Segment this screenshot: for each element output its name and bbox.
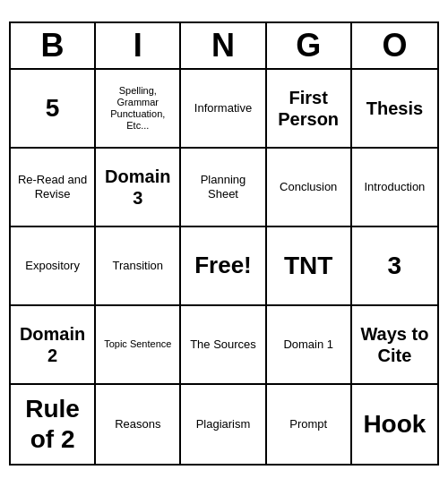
header-letter: B: [11, 23, 96, 68]
bingo-cell: Introduction: [352, 149, 437, 227]
bingo-cell: Prompt: [267, 385, 352, 464]
bingo-cell: Hook: [352, 385, 437, 464]
bingo-cell: Domain 3: [96, 149, 181, 227]
bingo-cell: Re-Read and Revise: [11, 149, 96, 227]
bingo-cell: Ways to Cite: [352, 306, 437, 385]
bingo-cell: Plagiarism: [181, 385, 266, 464]
bingo-cell: Domain 2: [11, 306, 96, 385]
bingo-cell: Reasons: [96, 385, 181, 464]
bingo-cell: Free!: [181, 227, 266, 306]
bingo-cell: Topic Sentence: [96, 306, 181, 385]
bingo-cell: 3: [352, 227, 437, 306]
header-letter: O: [352, 23, 437, 68]
bingo-card: BINGO 5Spelling, Grammar Punctuation, Et…: [9, 21, 439, 466]
header-letter: N: [181, 23, 266, 68]
bingo-cell: 5: [11, 70, 96, 149]
bingo-cell: Rule of 2: [11, 385, 96, 464]
bingo-cell: Planning Sheet: [181, 149, 266, 227]
bingo-cell: Thesis: [352, 70, 437, 149]
header-letter: I: [96, 23, 181, 68]
bingo-cell: Expository: [11, 227, 96, 306]
bingo-cell: Transition: [96, 227, 181, 306]
bingo-header: BINGO: [11, 23, 437, 70]
header-letter: G: [267, 23, 352, 68]
bingo-cell: Domain 1: [267, 306, 352, 385]
bingo-cell: Conclusion: [267, 149, 352, 227]
bingo-grid: 5Spelling, Grammar Punctuation, Etc...In…: [11, 70, 437, 464]
bingo-cell: The Sources: [181, 306, 266, 385]
bingo-cell: First Person: [267, 70, 352, 149]
bingo-cell: TNT: [267, 227, 352, 306]
bingo-cell: Informative: [181, 70, 266, 149]
bingo-cell: Spelling, Grammar Punctuation, Etc...: [96, 70, 181, 149]
